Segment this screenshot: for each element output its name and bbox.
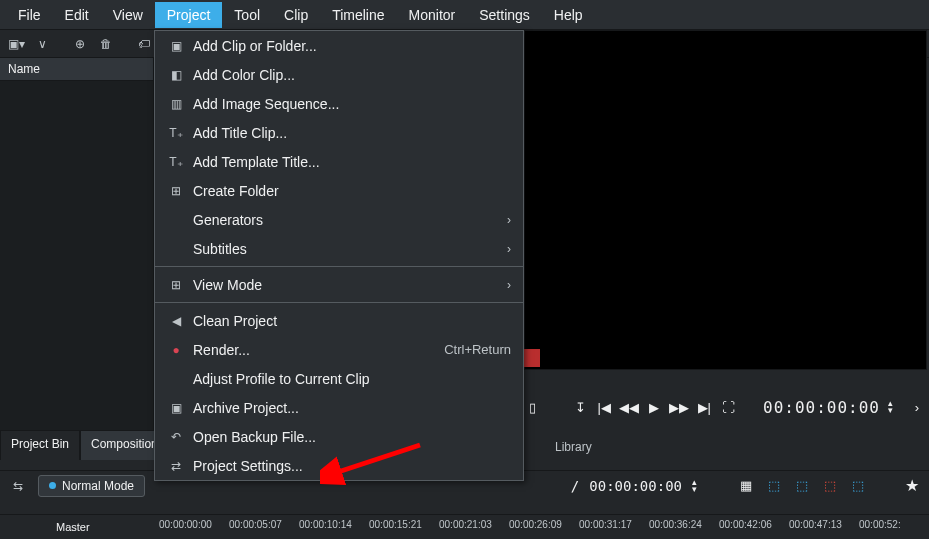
clip-monitor[interactable] (524, 30, 927, 370)
ruler-tick: 00:00:00:00 (159, 519, 229, 530)
menu-separator (155, 266, 523, 267)
menu-item-add-image-sequence[interactable]: ▥Add Image Sequence... (155, 89, 523, 118)
edit-mode-button[interactable]: Normal Mode (38, 475, 145, 497)
monitor-transport: ▯ ↧ |◀ ◀◀ ▶ ▶▶ ▶| ⛶ 00:00:00:00 ▴▾ › (524, 392, 925, 422)
ruler-tick: 00:00:05:07 (229, 519, 299, 530)
menu-item-label: Render... (193, 342, 444, 358)
rewind-icon[interactable]: ◀◀ (620, 398, 638, 416)
menu-item-add-title-clip[interactable]: T₊Add Title Clip... (155, 118, 523, 147)
monitor-marker[interactable] (524, 349, 540, 367)
menu-item-label: Add Clip or Folder... (193, 38, 511, 54)
left-panel-tabs: Project Bin Compositions (0, 430, 175, 460)
project-settings-icon: ⇄ (167, 459, 185, 473)
menu-item-open-backup-file[interactable]: ↶Open Backup File... (155, 422, 523, 451)
ruler-tick: 00:00:21:03 (439, 519, 509, 530)
menu-help[interactable]: Help (542, 2, 595, 28)
archive-project-icon: ▣ (167, 401, 185, 415)
tab-project-bin[interactable]: Project Bin (0, 430, 80, 460)
view-mode-icon: ⊞ (167, 278, 185, 292)
menu-project[interactable]: Project (155, 2, 223, 28)
menu-tool[interactable]: Tool (222, 2, 272, 28)
menu-item-label: Open Backup File... (193, 429, 511, 445)
menu-item-render[interactable]: ●Render...Ctrl+Return (155, 335, 523, 364)
favorite-icon[interactable]: ★ (903, 476, 921, 495)
add-title-clip-icon: T₊ (167, 126, 185, 140)
menu-item-label: Add Template Title... (193, 154, 511, 170)
menu-edit[interactable]: Edit (53, 2, 101, 28)
skip-end-icon[interactable]: ▶| (696, 398, 712, 416)
next-page-icon[interactable]: › (909, 398, 925, 416)
timeline-timecode[interactable]: 00:00:00:00 (589, 478, 682, 494)
skip-start-icon[interactable]: |◀ (596, 398, 612, 416)
menu-item-clean-project[interactable]: ◀Clean Project (155, 306, 523, 335)
zone-in-icon[interactable]: ▯ (524, 398, 540, 416)
track-master-label[interactable]: Master (0, 515, 159, 533)
menu-item-view-mode[interactable]: ⊞View Mode› (155, 270, 523, 299)
menu-item-label: Create Folder (193, 183, 511, 199)
menu-item-subtitles[interactable]: •Subtitles› (155, 234, 523, 263)
tag-icon[interactable]: 🏷 (134, 34, 154, 54)
add-color-clip-icon: ◧ (167, 68, 185, 82)
menu-item-create-folder[interactable]: ⊞Create Folder (155, 176, 523, 205)
ruler-tick: 00:00:47:13 (789, 519, 859, 530)
menu-separator (155, 302, 523, 303)
menu-item-label: Add Image Sequence... (193, 96, 511, 112)
menu-view[interactable]: View (101, 2, 155, 28)
menu-settings[interactable]: Settings (467, 2, 542, 28)
menu-file[interactable]: File (6, 2, 53, 28)
create-folder-icon: ⊞ (167, 184, 185, 198)
menu-monitor[interactable]: Monitor (397, 2, 468, 28)
add-clip-or-folder-icon: ▣ (167, 39, 185, 53)
menu-item-generators[interactable]: •Generators› (155, 205, 523, 234)
submenu-arrow-icon: › (507, 213, 511, 227)
menubar: FileEditViewProjectToolClipTimelineMonit… (0, 0, 929, 30)
menu-timeline[interactable]: Timeline (320, 2, 396, 28)
ruler-tick: 00:00:52: (859, 519, 929, 530)
tool-red-icon[interactable]: ⬚ (821, 478, 839, 493)
menu-item-adjust-profile-to-current-clip[interactable]: •Adjust Profile to Current Clip (155, 364, 523, 393)
play-icon[interactable]: ▶ (646, 398, 662, 416)
menu-item-add-color-clip[interactable]: ◧Add Color Clip... (155, 60, 523, 89)
menu-item-label: Clean Project (193, 313, 511, 329)
crop-icon[interactable]: ⛶ (720, 398, 736, 416)
edit-mode-label: Normal Mode (62, 479, 134, 493)
menu-clip[interactable]: Clip (272, 2, 320, 28)
open-backup-file-icon: ↶ (167, 430, 185, 444)
timecode-spinner[interactable]: ▴▾ (888, 400, 893, 414)
ruler-tick: 00:00:10:14 (299, 519, 369, 530)
ruler-ticks: 00:00:00:0000:00:05:0700:00:10:1400:00:1… (159, 515, 929, 530)
settings-slider-icon[interactable]: ⇆ (8, 476, 28, 496)
menu-item-label: Adjust Profile to Current Clip (193, 371, 511, 387)
menu-item-label: Generators (193, 212, 507, 228)
folder-plus-icon[interactable]: ⊕ (70, 34, 90, 54)
menu-item-label: Archive Project... (193, 400, 511, 416)
forward-icon[interactable]: ▶▶ (670, 398, 688, 416)
add-template-title-icon: T₊ (167, 155, 185, 169)
tool-blue1-icon[interactable]: ⬚ (765, 478, 783, 493)
monitor-timecode[interactable]: 00:00:00:00 (763, 398, 880, 417)
menu-item-add-clip-or-folder[interactable]: ▣Add Clip or Folder... (155, 31, 523, 60)
column-header-name[interactable]: Name (0, 58, 153, 81)
project-bin-panel: Name (0, 58, 154, 430)
submenu-arrow-icon: › (507, 242, 511, 256)
timeline-ruler[interactable]: Master 00:00:00:0000:00:05:0700:00:10:14… (0, 514, 929, 539)
menu-item-archive-project[interactable]: ▣Archive Project... (155, 393, 523, 422)
menu-shortcut: Ctrl+Return (444, 342, 511, 357)
menu-item-label: Add Color Clip... (193, 67, 511, 83)
seek-cursor-icon[interactable]: ↧ (572, 398, 588, 416)
tab-library[interactable]: Library (555, 440, 592, 454)
menu-item-project-settings[interactable]: ⇄Project Settings... (155, 451, 523, 480)
tool-blue3-icon[interactable]: ⬚ (849, 478, 867, 493)
expand-icon[interactable]: ▣▾ (6, 34, 26, 54)
chevron-down-icon[interactable]: ∨ (32, 34, 52, 54)
project-menu-dropdown: ▣Add Clip or Folder...◧Add Color Clip...… (154, 30, 524, 481)
tool-blue2-icon[interactable]: ⬚ (793, 478, 811, 493)
grid-icon[interactable]: ▦ (737, 478, 755, 493)
trash-icon[interactable]: 🗑 (96, 34, 116, 54)
ruler-tick: 00:00:36:24 (649, 519, 719, 530)
clean-project-icon: ◀ (167, 314, 185, 328)
timeline-timecode-spinner[interactable]: ▴▾ (692, 479, 697, 493)
menu-item-add-template-title[interactable]: T₊Add Template Title... (155, 147, 523, 176)
menu-item-label: Project Settings... (193, 458, 511, 474)
menu-item-label: Subtitles (193, 241, 507, 257)
